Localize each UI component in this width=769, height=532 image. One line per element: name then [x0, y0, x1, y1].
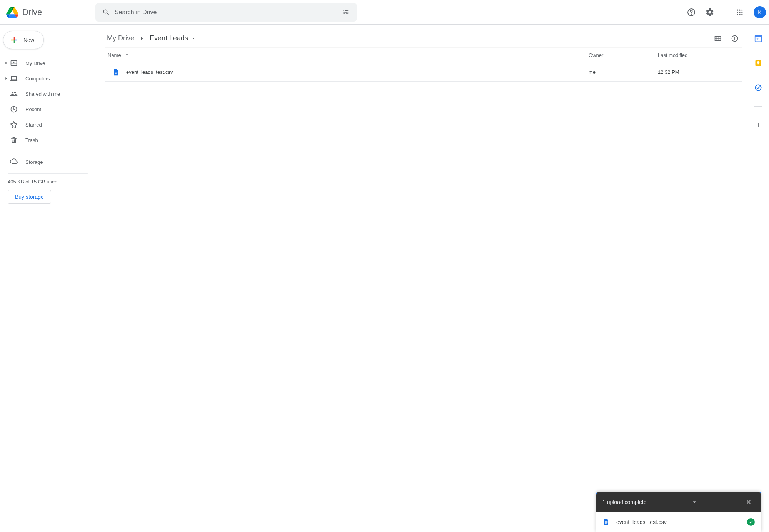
caret-icon — [3, 61, 9, 65]
svg-point-8 — [737, 14, 738, 15]
nav-computers[interactable]: Computers — [0, 71, 95, 86]
svg-point-5 — [737, 12, 738, 13]
nav-my-drive[interactable]: My Drive — [0, 55, 95, 71]
file-owner: me — [589, 69, 658, 75]
svg-point-4 — [741, 9, 742, 10]
account-avatar[interactable]: K — [754, 6, 766, 18]
main: My Drive Event Leads — [98, 25, 747, 532]
buy-storage-button[interactable]: Buy storage — [8, 190, 51, 204]
svg-point-9 — [739, 14, 740, 15]
svg-rect-20 — [755, 35, 762, 37]
close-icon[interactable] — [742, 496, 755, 508]
breadcrumb-current[interactable]: Event Leads — [147, 33, 199, 44]
file-modified: 12:32 PM — [658, 69, 742, 75]
collapse-icon[interactable] — [688, 496, 701, 508]
side-panel-separator — [754, 106, 762, 107]
new-button-label: New — [23, 37, 34, 43]
nav-label: Recent — [25, 107, 41, 112]
new-button[interactable]: New — [3, 31, 44, 49]
nav-label: Computers — [25, 76, 50, 82]
nav-storage-list: Storage — [0, 154, 95, 170]
calendar-app-icon[interactable]: 31 — [751, 31, 766, 46]
col-owner-header[interactable]: Owner — [589, 52, 658, 58]
svg-point-3 — [739, 9, 740, 10]
header-actions: K — [676, 5, 766, 20]
table-row[interactable]: event_leads_test.csv me 12:32 PM — [105, 63, 742, 82]
side-panel: 31 — [747, 25, 769, 532]
drive-logo-icon — [6, 6, 18, 18]
my-drive-icon — [9, 58, 18, 68]
search-bar[interactable] — [95, 3, 357, 22]
search-options-icon[interactable] — [339, 5, 354, 20]
nav-label: Trash — [25, 137, 38, 143]
nav-trash[interactable]: Trash — [0, 132, 95, 148]
svg-point-2 — [737, 9, 738, 10]
upload-toast-title: 1 upload complete — [602, 499, 646, 505]
upload-toast-head: 1 upload complete — [596, 492, 761, 512]
col-name-label: Name — [108, 52, 121, 58]
storage-icon — [9, 157, 18, 167]
file-icon — [112, 68, 120, 76]
nav-list: My Drive Computers Shared with me — [0, 55, 95, 148]
keep-app-icon[interactable] — [751, 55, 766, 71]
sidebar: New My Drive Computers — [0, 25, 98, 532]
svg-point-7 — [741, 12, 742, 13]
recent-icon — [9, 105, 18, 114]
layout-grid-icon[interactable] — [710, 31, 726, 46]
svg-rect-14 — [11, 76, 16, 80]
svg-rect-11 — [11, 60, 17, 65]
col-name-header[interactable]: Name — [105, 52, 589, 58]
nav-label: Starred — [25, 122, 42, 128]
svg-point-10 — [741, 14, 742, 15]
search-wrap — [95, 3, 676, 22]
nav-label: Shared with me — [25, 91, 60, 97]
brand-name: Drive — [22, 7, 42, 17]
info-icon[interactable] — [727, 31, 742, 46]
content: My Drive Event Leads — [98, 25, 747, 532]
file-name-cell: event_leads_test.csv — [105, 68, 589, 76]
chevron-right-icon — [138, 35, 146, 42]
breadcrumb-actions — [710, 31, 742, 46]
brand[interactable]: Drive — [6, 6, 95, 18]
body: New My Drive Computers — [0, 25, 769, 532]
success-check-icon — [747, 518, 755, 526]
help-icon[interactable] — [684, 5, 699, 20]
search-icon[interactable] — [98, 5, 114, 20]
caret-down-icon — [190, 35, 197, 42]
tasks-app-icon[interactable] — [751, 80, 766, 95]
upload-toast: 1 upload complete event_leads_test.csv — [596, 492, 761, 532]
sort-arrow-icon — [124, 53, 130, 58]
upload-item-name: event_leads_test.csv — [616, 519, 741, 525]
nav-recent[interactable]: Recent — [0, 102, 95, 117]
plus-icon — [10, 35, 19, 45]
storage-bar — [8, 173, 88, 174]
svg-rect-13 — [11, 64, 17, 64]
nav-storage[interactable]: Storage — [0, 154, 95, 170]
col-modified-header[interactable]: Last modified — [658, 52, 742, 58]
svg-point-6 — [739, 12, 740, 13]
add-addon-icon[interactable] — [751, 117, 766, 133]
shared-icon — [9, 89, 18, 98]
svg-point-18 — [735, 37, 735, 37]
table-header: Name Owner Last modified — [105, 48, 742, 63]
breadcrumb: My Drive Event Leads — [105, 29, 742, 48]
file-icon — [602, 518, 610, 526]
nav-shared[interactable]: Shared with me — [0, 86, 95, 102]
search-input[interactable] — [114, 8, 339, 16]
file-name: event_leads_test.csv — [126, 69, 173, 75]
upload-item[interactable]: event_leads_test.csv — [596, 512, 761, 532]
svg-point-12 — [13, 62, 14, 63]
nav-label: My Drive — [25, 60, 45, 66]
caret-icon — [3, 77, 9, 80]
computers-icon — [9, 74, 18, 83]
breadcrumb-current-label: Event Leads — [150, 34, 188, 42]
trash-icon — [9, 135, 18, 145]
nav-starred[interactable]: Starred — [0, 117, 95, 132]
apps-icon[interactable] — [732, 5, 747, 20]
settings-icon[interactable] — [702, 5, 717, 20]
header: Drive K — [0, 0, 769, 25]
nav-separator — [0, 151, 95, 151]
svg-point-1 — [691, 14, 692, 14]
breadcrumb-root[interactable]: My Drive — [105, 33, 137, 44]
svg-text:31: 31 — [756, 37, 760, 41]
